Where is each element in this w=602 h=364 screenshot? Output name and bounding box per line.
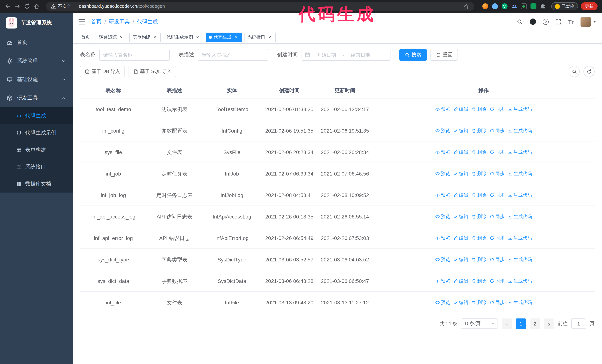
generate-code-link[interactable]: 生成代码	[508, 148, 532, 156]
edit-link[interactable]: 编辑	[453, 105, 468, 113]
generate-code-link[interactable]: 生成代码	[508, 105, 532, 113]
page-button-1[interactable]: 1	[516, 318, 526, 329]
edit-link[interactable]: 编辑	[453, 213, 468, 220]
goto-page-input[interactable]	[571, 318, 586, 329]
close-icon[interactable]: ×	[152, 35, 157, 40]
url-text[interactable]: dashboard.yudao.iocoder.cn/tool/codegen	[79, 4, 461, 9]
sidebar-item-devtools[interactable]: 研发工具	[0, 89, 73, 107]
edit-link[interactable]: 编辑	[453, 256, 468, 263]
delete-link[interactable]: 删除	[472, 277, 486, 285]
close-icon[interactable]: ×	[118, 35, 124, 40]
sidebar-item-db-doc[interactable]: 数据库文档	[0, 176, 73, 193]
help-icon[interactable]: ?	[543, 19, 548, 25]
sync-link[interactable]: 同步	[490, 105, 505, 113]
sync-link[interactable]: 同步	[490, 256, 505, 263]
delete-link[interactable]: 删除	[472, 234, 486, 242]
bookmark-star-icon[interactable]	[463, 3, 470, 10]
extension-icon-2[interactable]	[492, 3, 498, 9]
home-icon[interactable]	[33, 3, 40, 10]
font-size-icon[interactable]: TT	[568, 19, 574, 25]
sidebar-item-codegen[interactable]: 代码生成	[0, 107, 73, 125]
edit-link[interactable]: 编辑	[453, 299, 468, 306]
close-icon[interactable]: ×	[195, 35, 200, 40]
generate-code-link[interactable]: 生成代码	[508, 213, 532, 220]
tab[interactable]: 代码生成 ×	[206, 32, 242, 42]
generate-code-link[interactable]: 生成代码	[508, 256, 532, 263]
preview-link[interactable]: 预览	[435, 170, 450, 177]
extension-icon-3[interactable]: V	[501, 3, 507, 9]
github-icon[interactable]	[530, 19, 536, 25]
update-button[interactable]: 更新	[581, 2, 598, 10]
edit-link[interactable]: 编辑	[453, 277, 468, 285]
fullscreen-icon[interactable]	[555, 19, 561, 25]
paused-badge[interactable]: 已暂停	[551, 2, 578, 10]
preview-link[interactable]: 预览	[435, 256, 450, 263]
sync-link[interactable]: 同步	[490, 234, 505, 242]
delete-link[interactable]: 删除	[472, 127, 486, 134]
table-name-input[interactable]	[99, 49, 170, 61]
delete-link[interactable]: 删除	[472, 299, 486, 306]
tab[interactable]: 表单构建 ×	[129, 32, 161, 42]
puzzle-icon[interactable]	[540, 3, 546, 9]
delete-link[interactable]: 删除	[472, 213, 486, 220]
close-icon[interactable]: ×	[267, 35, 272, 40]
preview-link[interactable]: 预览	[435, 105, 450, 113]
reload-icon[interactable]	[24, 3, 30, 10]
back-icon[interactable]	[4, 3, 11, 10]
edit-link[interactable]: 编辑	[453, 191, 468, 199]
extension-icon-1[interactable]	[482, 3, 488, 9]
generate-code-link[interactable]: 生成代码	[508, 170, 532, 177]
sync-link[interactable]: 同步	[490, 277, 505, 285]
next-page-button[interactable]: ›	[544, 318, 554, 329]
delete-link[interactable]: 删除	[472, 256, 486, 263]
page-button-2[interactable]: 2	[530, 318, 540, 329]
tab[interactable]: 代码生成示例 ×	[163, 32, 203, 42]
table-desc-input[interactable]	[198, 49, 268, 61]
sidebar-item-system[interactable]: 系统管理	[0, 52, 73, 70]
sidebar-item-codegen-example[interactable]: 代码生成示例	[0, 125, 73, 141]
breadcrumb-home[interactable]: 首页	[91, 18, 101, 25]
edit-link[interactable]: 编辑	[453, 170, 468, 177]
extension-icon-5[interactable]	[521, 3, 527, 9]
generate-code-link[interactable]: 生成代码	[508, 234, 532, 242]
forward-icon[interactable]	[14, 3, 21, 10]
tab[interactable]: 系统接口 ×	[244, 32, 276, 42]
reset-button[interactable]: 重置	[430, 49, 458, 61]
generate-code-link[interactable]: 生成代码	[508, 191, 532, 199]
sidebar-item-form-builder[interactable]: 表单构建	[0, 141, 73, 158]
security-label[interactable]: 不安全	[58, 3, 71, 10]
user-menu[interactable]	[580, 16, 596, 27]
breadcrumb-devtools[interactable]: 研发工具	[109, 18, 130, 25]
sync-link[interactable]: 同步	[490, 299, 505, 306]
toggle-search-button[interactable]	[569, 66, 580, 77]
edit-link[interactable]: 编辑	[453, 234, 468, 242]
sidebar-item-infrastructure[interactable]: 基础设施	[0, 70, 73, 89]
sync-link[interactable]: 同步	[490, 213, 505, 220]
generate-code-link[interactable]: 生成代码	[508, 277, 532, 285]
generate-code-link[interactable]: 生成代码	[508, 299, 532, 306]
delete-link[interactable]: 删除	[472, 191, 486, 199]
page-size-select[interactable]: 10条/页	[461, 318, 498, 329]
hamburger-icon[interactable]	[78, 19, 85, 24]
preview-link[interactable]: 预览	[435, 277, 450, 285]
sync-link[interactable]: 同步	[490, 148, 505, 156]
delete-link[interactable]: 删除	[472, 105, 486, 113]
edit-link[interactable]: 编辑	[453, 148, 468, 156]
delete-link[interactable]: 删除	[472, 170, 486, 177]
import-sql-button[interactable]: 基于 SQL 导入	[129, 66, 177, 77]
sync-link[interactable]: 同步	[490, 191, 505, 199]
import-db-button[interactable]: 基于 DB 导入	[80, 66, 125, 77]
tab[interactable]: 链路追踪 ×	[96, 32, 127, 42]
prev-page-button[interactable]: ‹	[502, 318, 512, 329]
preview-link[interactable]: 预览	[435, 191, 450, 199]
date-range-picker[interactable]: -	[301, 49, 390, 61]
sync-link[interactable]: 同步	[490, 170, 505, 177]
start-date-input[interactable]	[312, 52, 341, 58]
sync-link[interactable]: 同步	[490, 127, 505, 134]
edit-link[interactable]: 编辑	[453, 127, 468, 134]
sidebar-item-api[interactable]: 系统接口	[0, 158, 73, 176]
preview-link[interactable]: 预览	[435, 234, 450, 242]
preview-link[interactable]: 预览	[435, 213, 450, 220]
end-date-input[interactable]	[346, 52, 376, 58]
preview-link[interactable]: 预览	[435, 299, 450, 306]
